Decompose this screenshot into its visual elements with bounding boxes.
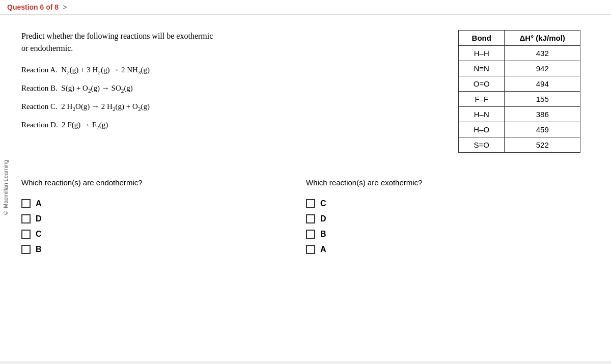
- enthalpy-cell: 459: [505, 122, 580, 137]
- bottom-section: Which reaction(s) are endothermic? A D C…: [21, 178, 591, 254]
- checkbox-endo-a[interactable]: [21, 199, 31, 208]
- endothermic-option-b[interactable]: B: [21, 245, 306, 254]
- exothermic-option-b[interactable]: B: [306, 230, 591, 239]
- exothermic-option-d[interactable]: D: [306, 214, 591, 223]
- checkbox-exo-d[interactable]: [306, 214, 315, 223]
- question-label: Question 6 of 8: [7, 3, 59, 11]
- endothermic-block: Which reaction(s) are endothermic? A D C…: [21, 178, 306, 254]
- chevron-right-icon[interactable]: >: [63, 3, 67, 11]
- enthalpy-cell: 386: [505, 107, 580, 122]
- checkbox-exo-c[interactable]: [306, 199, 315, 208]
- intro-text: Predict whether the following reactions …: [21, 30, 438, 54]
- bond-col-header: Bond: [459, 31, 505, 46]
- top-bar: Question 6 of 8 >: [0, 0, 611, 15]
- endothermic-question-text: Which reaction(s) are endothermic?: [21, 178, 306, 187]
- checkbox-endo-d[interactable]: [21, 214, 31, 223]
- bond-cell: H–H: [459, 46, 505, 61]
- reactions-block: Predict whether the following reactions …: [21, 30, 438, 137]
- bond-cell: S=O: [459, 137, 505, 153]
- bond-table-row: S=O 522: [459, 137, 580, 153]
- endothermic-option-a[interactable]: A: [21, 199, 306, 208]
- option-label-exo-c: C: [320, 199, 326, 208]
- reaction-d: Reaction D. 2 F(g) → F2(g): [21, 119, 438, 132]
- bond-table-wrapper: Bond ΔH° (kJ/mol) H–H 432 N≡N 942 O=O 49…: [458, 30, 591, 153]
- reaction-a: Reaction A. N2(g) + 3 H2(g) → 2 NH3(g): [21, 64, 438, 77]
- sidebar-label: © Macmillan Learning: [0, 15, 11, 361]
- reactions-container: Reaction A. N2(g) + 3 H2(g) → 2 NH3(g) R…: [21, 64, 438, 132]
- content-area: Predict whether the following reactions …: [11, 15, 611, 361]
- main-content: © Macmillan Learning Predict whether the…: [0, 15, 611, 361]
- enthalpy-cell: 522: [505, 137, 580, 153]
- endothermic-option-d[interactable]: D: [21, 214, 306, 223]
- checkbox-endo-c[interactable]: [21, 230, 31, 239]
- endothermic-option-c[interactable]: C: [21, 230, 306, 239]
- option-label-endo-d: D: [36, 214, 42, 223]
- top-section: Predict whether the following reactions …: [21, 30, 591, 153]
- bond-cell: H–O: [459, 122, 505, 137]
- bond-cell: O=O: [459, 76, 505, 92]
- exothermic-question-text: Which reaction(s) are exothermic?: [306, 178, 591, 187]
- enthalpy-cell: 942: [505, 61, 580, 76]
- option-label-endo-c: C: [36, 230, 42, 239]
- reaction-c: Reaction C. 2 H2O(g) → 2 H2(g) + O2(g): [21, 100, 438, 114]
- bond-table-body: H–H 432 N≡N 942 O=O 494 F–F 155 H–N 386 …: [459, 46, 580, 153]
- exothermic-options: C D B A: [306, 199, 591, 254]
- checkbox-exo-a[interactable]: [306, 245, 315, 254]
- option-label-exo-b: B: [320, 230, 326, 239]
- checkbox-exo-b[interactable]: [306, 230, 315, 239]
- checkbox-endo-b[interactable]: [21, 245, 31, 254]
- exothermic-block: Which reaction(s) are exothermic? C D B …: [306, 178, 591, 254]
- bond-table-row: F–F 155: [459, 92, 580, 107]
- bond-cell: F–F: [459, 92, 505, 107]
- bond-table-row: H–O 459: [459, 122, 580, 137]
- option-label-exo-d: D: [320, 214, 326, 223]
- enthalpy-cell: 432: [505, 46, 580, 61]
- option-label-endo-b: B: [36, 245, 42, 254]
- intro-line2: or endothermic.: [21, 44, 73, 52]
- enthalpy-cell: 494: [505, 76, 580, 92]
- endothermic-options: A D C B: [21, 199, 306, 254]
- exothermic-option-c[interactable]: C: [306, 199, 591, 208]
- bond-table-row: H–N 386: [459, 107, 580, 122]
- option-label-endo-a: A: [36, 199, 42, 208]
- bond-cell: N≡N: [459, 61, 505, 76]
- enthalpy-col-header: ΔH° (kJ/mol): [505, 31, 580, 46]
- intro-line1: Predict whether the following reactions …: [21, 32, 213, 40]
- bond-table-row: H–H 432: [459, 46, 580, 61]
- bond-cell: H–N: [459, 107, 505, 122]
- option-label-exo-a: A: [320, 245, 326, 254]
- bond-table: Bond ΔH° (kJ/mol) H–H 432 N≡N 942 O=O 49…: [458, 30, 580, 153]
- bond-table-row: N≡N 942: [459, 61, 580, 76]
- enthalpy-cell: 155: [505, 92, 580, 107]
- exothermic-option-a[interactable]: A: [306, 245, 591, 254]
- bond-table-row: O=O 494: [459, 76, 580, 92]
- reaction-b: Reaction B. S(g) + O2(g) → SO2(g): [21, 82, 438, 95]
